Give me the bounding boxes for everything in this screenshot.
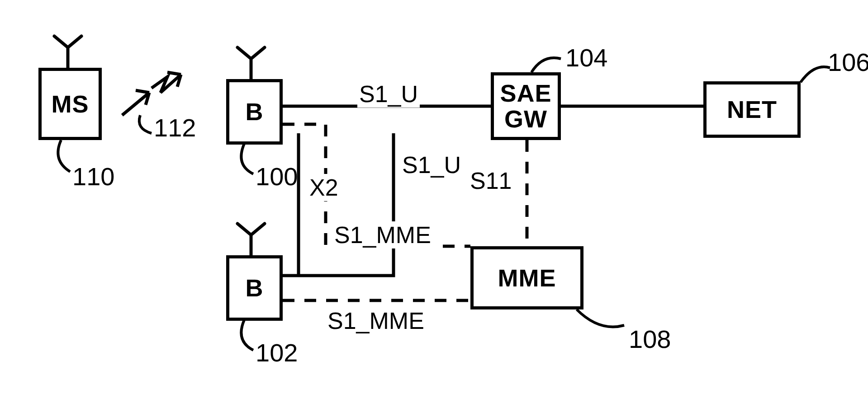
label-s1u-right: S1_U — [400, 151, 463, 178]
ref-100: 100 — [256, 162, 298, 191]
diagram-canvas: MS B B SAE GW NET MME S1_U S1_U X2 S11 S… — [0, 0, 868, 417]
ref-112: 112 — [154, 113, 196, 142]
ms-antenna-icon — [54, 36, 81, 68]
ref-110: 110 — [72, 162, 114, 191]
wiring-layer — [0, 0, 868, 417]
node-mme: MME — [470, 246, 583, 309]
ref-102: 102 — [256, 338, 298, 367]
label-s1mme-top: S1_MME — [332, 221, 433, 248]
leader-106 — [801, 67, 830, 82]
ref-104: 104 — [565, 43, 607, 72]
label-s1mme-bot: S1_MME — [326, 307, 426, 334]
label-s11: S11 — [468, 167, 514, 194]
leader-108 — [577, 309, 624, 327]
label-x2: X2 — [308, 174, 340, 201]
node-ms: MS — [38, 68, 102, 140]
leader-104 — [531, 58, 561, 72]
air-interface-icon — [122, 72, 181, 115]
node-sae-label: SAE GW — [500, 80, 551, 131]
node-net-label: NET — [727, 97, 777, 122]
leader-110 — [58, 140, 70, 172]
node-b1-label: B — [246, 99, 264, 125]
node-mme-label: MME — [498, 265, 556, 291]
label-s1u-top: S1_U — [357, 80, 420, 108]
leader-102 — [241, 320, 253, 350]
node-net: NET — [703, 81, 801, 138]
leader-100 — [241, 144, 253, 174]
node-b1: B — [226, 79, 283, 145]
b1-antenna-icon — [237, 47, 265, 79]
b2-antenna-icon — [237, 224, 265, 255]
node-sae: SAE GW — [491, 72, 561, 140]
node-b2: B — [226, 255, 283, 321]
leader-112 — [139, 115, 152, 133]
ref-106: 106 — [828, 47, 868, 77]
node-b2-label: B — [246, 275, 264, 301]
ref-108: 108 — [629, 324, 671, 354]
node-ms-label: MS — [52, 91, 89, 117]
